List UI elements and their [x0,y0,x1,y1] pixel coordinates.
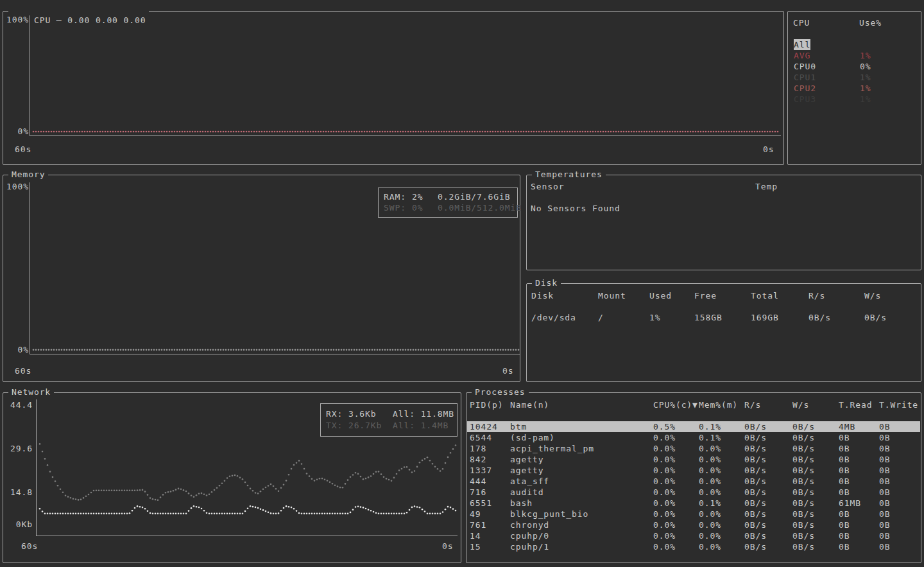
network-legend-box: RX: 3.6Kb All: 11.8MB TX: 26.7Kb All: 1.… [320,403,458,437]
process-row[interactable]: 14cpuhp/00.0%0.0%0B/s0B/s0B0B [467,530,920,541]
network-series-rx-dot [273,512,275,514]
network-series-rx-dot [311,512,313,514]
cpu-series-avg-dot [61,131,63,133]
network-series-rx-dot [280,510,282,512]
network-series-tx-dot [273,485,275,487]
network-series-tx-dot [134,489,136,491]
network-series-rx-dot [429,512,431,514]
process-row[interactable]: 444ata_sff0.0%0.0%0B/s0B/s0B0B [467,476,920,487]
cpu-series-avg-dot [551,131,553,133]
cpu-legend-row-cpu0[interactable]: CPU00% [789,61,920,72]
memory-series-ram-dot [397,349,399,351]
cpu-series-avg-dot [423,131,425,133]
cpu-series-avg-dot [654,131,656,133]
disk-column-header[interactable]: Used [649,290,672,301]
process-column-header[interactable]: T.Read [839,399,872,410]
disk-cell: 158GB [694,312,723,323]
process-row[interactable]: 15cpuhp/10.0%0.0%0B/s0B/s0B0B [467,541,920,552]
disk-column-header[interactable]: R/s [809,290,825,301]
process-row[interactable]: 49blkcg_punt_bio0.0%0.0%0B/s0B/s0B0B [467,509,920,519]
cpu-series-avg-dot [592,131,594,133]
cpu-series-avg-dot [497,131,499,133]
network-series-tx-dot [332,483,334,485]
processes-panel[interactable]: Processes PID(p)Name(n)CPU%(c)▼Mem%(m)R/… [466,392,921,563]
network-series-tx-dot [42,451,44,453]
temperatures-panel[interactable]: Temperatures Sensor Temp No Sensors Foun… [526,175,921,270]
network-series-rx-dot [167,512,169,514]
network-series-tx-dot [209,493,210,495]
process-cell: 0.0% [699,454,721,465]
cpu-usage-chart[interactable] [31,15,780,135]
process-row[interactable]: 761chronyd0.0%0.0%0B/s0B/s0B0B [467,519,920,530]
process-column-header[interactable]: Name(n) [510,399,549,410]
disk-table-header: DiskMountUsedFreeTotalR/sW/s [527,290,920,301]
network-series-tx-dot [67,496,69,498]
process-cell: 0.0% [699,530,721,541]
cpu-legend-row-all[interactable]: All [789,39,920,50]
process-column-header[interactable]: CPU%(c)▼ [653,399,698,410]
cpu-series-avg-dot [769,131,771,133]
cpu-panel[interactable]: CPU ─ 0.00 0.00 0.00 100% 0% 60s 0s [3,11,784,165]
process-row[interactable]: 6544(sd-pam)0.0%0.1%0B/s0B/s0B0B [467,432,920,443]
process-row[interactable]: 10424btm0.5%0.1%0B/s0B/s4MB0B [467,421,920,432]
process-column-header[interactable]: PID(p) [470,399,503,410]
network-series-rx-dot [324,512,326,514]
temperatures-col-temp[interactable]: Temp [755,181,778,192]
memory-series-ram-dot [148,349,150,351]
cpu-legend-panel[interactable]: CPU Use% AllAVG1%CPU00%CPU11%CPU21%CPU31… [787,11,921,165]
network-panel[interactable]: Network 44.4 29.6 14.8 0Kb RX: 3.6Kb All… [3,392,461,563]
cpu-legend-row-avg[interactable]: AVG1% [789,50,920,61]
temperatures-col-sensor[interactable]: Sensor [531,181,564,192]
network-series-rx-dot [214,512,216,514]
network-series-rx-dot [206,512,208,514]
cpu-series-avg-dot [757,131,758,133]
memory-series-ram-dot [359,349,361,351]
process-row[interactable]: 1337agetty0.0%0.0%0B/s0B/s0B0B [467,465,920,476]
disk-column-header[interactable]: Total [751,290,779,301]
memory-series-ram-dot [81,349,83,351]
cpu-series-avg-dot [343,131,345,133]
network-series-tx-dot [119,489,121,491]
network-series-tx-dot [185,491,187,493]
cpu-series-avg-dot [520,131,522,133]
memory-series-ram-dot [112,349,114,351]
process-column-header[interactable]: Mem%(m) [699,399,738,410]
process-cell: 0B/s [744,498,767,509]
process-row[interactable]: 6551bash0.0%0.1%0B/s0B/s61MB0B [467,498,920,509]
disk-column-header[interactable]: W/s [864,290,881,301]
memory-series-ram-dot [433,349,435,351]
cpu-series-avg-dot [436,131,438,133]
memory-series-ram-dot [372,349,373,351]
cpu-legend-row-cpu2[interactable]: CPU21% [789,83,920,94]
disk-column-header[interactable]: Mount [598,290,626,301]
disk-panel[interactable]: Disk DiskMountUsedFreeTotalR/sW/s /dev/s… [526,283,921,382]
disk-row[interactable]: /dev/sda/1%158GB169GB0B/s0B/s [527,312,920,323]
disk-column-header[interactable]: Free [694,290,717,301]
process-cell: 0B [879,541,890,552]
cpu-legend-row-cpu1[interactable]: CPU11% [789,72,920,83]
network-series-tx-dot [437,468,439,470]
cpu-series-avg-dot [282,131,284,133]
process-row[interactable]: 842agetty0.0%0.0%0B/s0B/s0B0B [467,454,920,465]
memory-series-ram-dot [500,349,502,351]
process-cell: 0B/s [792,443,815,454]
process-column-header[interactable]: R/s [744,399,761,410]
memory-panel[interactable]: Memory 100% 0% RAM: 2% 0.2GiB/7.6GiB SWP… [3,175,520,382]
cpu-legend-row-cpu3[interactable]: CPU31% [789,94,920,105]
network-series-rx-dot [283,507,285,509]
process-column-header[interactable]: W/s [792,399,809,410]
network-series-tx-dot [157,500,159,502]
cpu-series-avg-dot [397,131,399,133]
disk-column-header[interactable]: Disk [531,290,554,301]
process-row[interactable]: 716auditd0.0%0.0%0B/s0B/s0B0B [467,487,920,498]
network-series-rx-dot [65,512,67,514]
cpu-series-avg-dot [271,131,273,133]
process-row[interactable]: 178acpi_thermal_pm0.0%0.0%0B/s0B/s0B0B [467,443,920,454]
network-series-tx-dot [319,478,321,480]
cpu-series-avg-dot [53,131,55,133]
cpu-series-avg-dot [35,131,37,133]
process-column-header[interactable]: T.Write [879,399,918,410]
cpu-series-avg-dot [379,131,381,133]
network-series-rx-dot [419,507,421,509]
network-series-rx-dot [57,512,59,514]
